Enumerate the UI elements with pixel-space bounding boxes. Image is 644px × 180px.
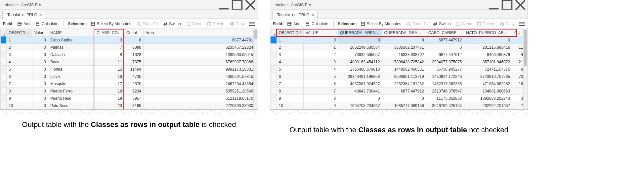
- row-handle-header[interactable]: [1, 29, 7, 36]
- cell[interactable]: 5: [277, 66, 303, 73]
- table-row[interactable]: 10Cabo Caribe386877.447912: [1, 36, 258, 44]
- data-table[interactable]: OBJECTID * VALUE QUEBRADA_ARENAS QUEBRAD…: [270, 29, 528, 109]
- table-row[interactable]: 90Puerto Real1959575121119.651705: [1, 95, 258, 102]
- row-handle[interactable]: [1, 102, 7, 109]
- row-handle[interactable]: [271, 36, 277, 44]
- cell-objectid[interactable]: 1: [7, 36, 32, 44]
- table-row[interactable]: 211052249.5305843335562.2374710281115.68…: [271, 44, 528, 51]
- switch-selection-button[interactable]: Switch: [162, 21, 182, 27]
- cell[interactable]: 3: [277, 51, 303, 58]
- cell[interactable]: 1085777.089156: [382, 102, 426, 109]
- cell-count[interactable]: 3165: [124, 102, 144, 109]
- cell-objectid[interactable]: 7: [7, 80, 32, 88]
- select-by-attributes-button[interactable]: Select By Attributes: [90, 21, 133, 27]
- cell-count[interactable]: 6090: [124, 44, 144, 51]
- maximize-button[interactable]: [231, 1, 244, 9]
- cell-value[interactable]: 0: [32, 80, 48, 88]
- table-row[interactable]: 20Palmas760905235457.223247: [1, 44, 258, 51]
- cell[interactable]: 3335562.237471: [382, 44, 426, 51]
- cell-value[interactable]: 0: [32, 102, 48, 109]
- cell[interactable]: 1594708.234667: [338, 102, 382, 109]
- cell[interactable]: 9456.490879: [464, 51, 512, 58]
- table-header-row[interactable]: OBJECTID * VALUE QUEBRADA_ARENAS QUEBRAD…: [271, 29, 528, 36]
- cell[interactable]: 6877.447912: [426, 36, 464, 44]
- row-handle[interactable]: [271, 73, 277, 80]
- cell[interactable]: 2623746.378547: [426, 88, 464, 95]
- cell-value[interactable]: 0: [32, 95, 48, 102]
- cell[interactable]: 5: [303, 73, 338, 80]
- table-row[interactable]: 764037061.9245272252364.1912821462317.36…: [271, 80, 528, 88]
- cell[interactable]: 1755468.579618: [338, 66, 382, 73]
- row-handle[interactable]: [1, 58, 7, 66]
- cell-area[interactable]: 5235457.223247: [144, 44, 258, 51]
- cell[interactable]: 8: [277, 88, 303, 95]
- row-handle[interactable]: [271, 51, 277, 58]
- cell-objectid[interactable]: 5: [7, 66, 32, 73]
- table-row[interactable]: 100Palo Seco2031652720890.330308: [1, 102, 258, 109]
- cell[interactable]: 56738.945277: [426, 66, 464, 73]
- cell[interactable]: 16333.938792: [382, 51, 426, 58]
- cell[interactable]: 9: [277, 95, 303, 102]
- cell-value[interactable]: 0: [32, 51, 48, 58]
- table-menu-button[interactable]: [249, 22, 255, 26]
- table-row[interactable]: 8743843.7304416877.4479122623746.3785471…: [271, 88, 528, 95]
- cell-area[interactable]: 6769987.788682: [144, 58, 258, 66]
- cell[interactable]: 6: [277, 73, 303, 80]
- cell-area[interactable]: 6877.447912: [144, 36, 258, 44]
- cell[interactable]: 7306428.725842: [382, 58, 426, 66]
- cell-count[interactable]: 1628: [124, 51, 144, 58]
- cell[interactable]: 11175.852858: [426, 95, 464, 102]
- cell-value[interactable]: 0: [32, 58, 48, 66]
- col-cabo-caribe[interactable]: CABO_CARIBE: [426, 29, 464, 36]
- cell[interactable]: 43843.730441: [338, 88, 382, 95]
- cell-count[interactable]: 5957: [124, 95, 144, 102]
- cell-value[interactable]: 0: [32, 66, 48, 73]
- row-handle[interactable]: [1, 95, 7, 102]
- row-handle[interactable]: [271, 80, 277, 88]
- cell-area[interactable]: 2467284.438542: [144, 80, 258, 88]
- cell-value[interactable]: 0: [32, 88, 48, 95]
- cell-area[interactable]: 1399560.650155: [144, 51, 258, 58]
- cell[interactable]: 6: [303, 80, 338, 88]
- cell[interactable]: 0: [464, 36, 512, 44]
- maximize-button[interactable]: [500, 1, 514, 9]
- cell-classcode[interactable]: 15: [95, 66, 124, 73]
- cell-objectid[interactable]: 6: [7, 73, 32, 80]
- add-field-button[interactable]: Add: [16, 21, 32, 27]
- cell-count[interactable]: 11494: [124, 66, 144, 73]
- cell[interactable]: 281115.683416: [464, 44, 512, 51]
- col-objectid[interactable]: OBJECTID *: [277, 29, 303, 36]
- cell[interactable]: 1462317.362355: [426, 80, 464, 88]
- cell[interactable]: 1052249.530584: [338, 44, 382, 51]
- table-row[interactable]: 80Puerto Ferro1862345359251.285669: [1, 88, 258, 95]
- table-row[interactable]: 50Florida15114949881173.288014: [1, 66, 258, 73]
- cell[interactable]: 2: [303, 51, 338, 58]
- cell[interactable]: 857101.946072: [464, 58, 512, 66]
- col-value[interactable]: VALUE: [303, 29, 338, 36]
- cell-objectid[interactable]: 4: [7, 58, 32, 66]
- cell[interactable]: 14893163.454112: [338, 58, 382, 66]
- close-button[interactable]: [244, 1, 257, 9]
- cell[interactable]: 4: [303, 66, 338, 73]
- row-handle[interactable]: [1, 44, 7, 51]
- table-row[interactable]: 4314893163.4541127306428.7258423994077.8…: [271, 58, 528, 66]
- cell-classcode[interactable]: 20: [95, 102, 124, 109]
- cell-classcode[interactable]: 19: [95, 95, 124, 102]
- cell-objectid[interactable]: 2: [7, 44, 32, 51]
- minimize-button[interactable]: [487, 1, 500, 9]
- cell[interactable]: 2252364.191282: [382, 80, 426, 88]
- cell[interactable]: 9590601.113719: [382, 73, 426, 80]
- row-handle[interactable]: [1, 51, 7, 58]
- cell[interactable]: 0: [303, 36, 338, 44]
- data-table[interactable]: OBJECTID * Value NAME CLASS_CODE Count A…: [0, 29, 258, 109]
- cell-objectid[interactable]: 10: [7, 102, 32, 109]
- cell[interactable]: 7: [303, 88, 338, 95]
- table-row[interactable]: 3273932.56505716333.9387926877.447912945…: [271, 51, 528, 58]
- row-handle[interactable]: [1, 73, 7, 80]
- col-quebrada-grande[interactable]: QUEBRADA_GRANDE: [382, 29, 426, 36]
- table-header-row[interactable]: OBJECTID * Value NAME CLASS_CODE Count A…: [1, 29, 258, 36]
- cell-name[interactable]: Mosquito: [48, 80, 95, 88]
- cell[interactable]: 1: [303, 44, 338, 51]
- col-name[interactable]: NAME: [48, 29, 95, 36]
- row-handle[interactable]: [271, 58, 277, 66]
